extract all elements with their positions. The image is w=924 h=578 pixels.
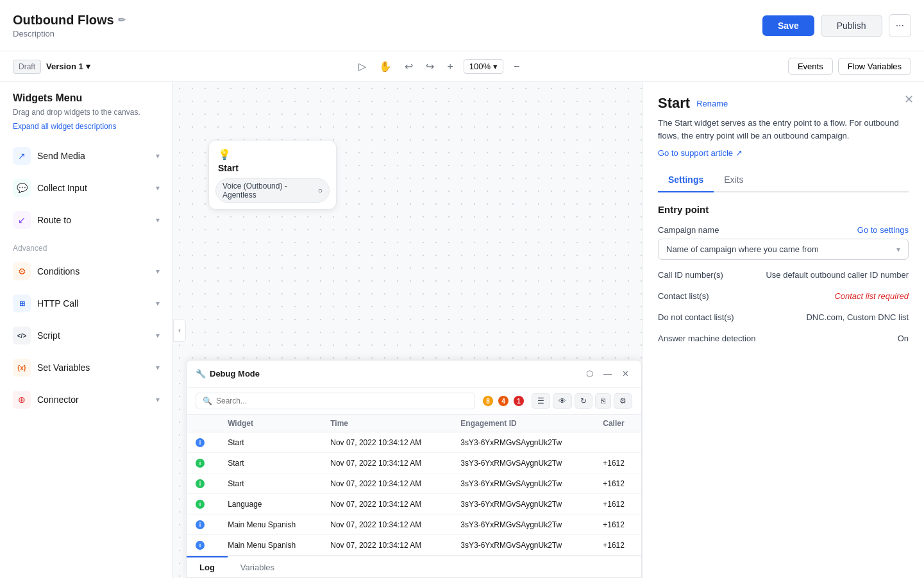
version-chevron-icon: ▾ [86,62,90,71]
debug-table: Widget Time Engagement ID Caller i Start… [187,415,641,556]
debug-tab-variables[interactable]: Variables [228,556,287,577]
http-call-icon: ⊞ [13,294,31,312]
widgets-sidebar: Widgets Menu Drag and drop widgets to th… [0,82,173,578]
debug-search-container: 🔍 [196,393,475,409]
status-dot-icon: i [196,479,205,488]
debug-expand-button[interactable]: ⬡ [583,367,596,380]
status-dot-icon: i [196,541,205,550]
debug-search-input[interactable] [216,396,468,405]
panel-close-button[interactable]: ✕ [904,92,914,106]
select-tool-button[interactable]: ▷ [356,58,369,75]
campaign-name-select[interactable]: Name of campaign where you came from ▾ [658,239,909,260]
http-call-chevron-icon: ▾ [156,299,160,308]
panel-rename-link[interactable]: Rename [696,99,728,108]
events-button[interactable]: Events [788,58,833,75]
error-badge: 1 [514,396,524,406]
more-options-button[interactable]: ··· [889,14,911,37]
start-widget[interactable]: 💡 Start Voice (Outbound) - Agentless ○ [208,140,337,210]
row-widget: Start [219,453,321,473]
row-widget: Main Menu Spanish [219,535,321,556]
undo-button[interactable]: ↩ [402,58,416,75]
publish-button[interactable]: Publish [821,15,882,37]
sidebar-item-set-variables[interactable]: {x} Set Variables ▾ [0,352,172,384]
col-status [187,415,219,432]
set-variables-chevron-icon: ▾ [156,363,160,372]
table-row[interactable]: i Main Menu Spanish Nov 07, 2022 10:34:1… [187,514,641,535]
edit-title-icon[interactable]: ✏ [118,15,126,25]
table-row[interactable]: i Start Nov 07, 2022 10:34:12 AM 3sY3-6Y… [187,432,641,453]
set-variables-label: Set Variables [37,362,90,373]
debug-copy-button[interactable]: ⎘ [595,393,611,409]
dnc-value: DNC.com, Custom DNC list [806,312,909,322]
campaign-name-settings-link[interactable]: Go to settings [857,225,909,235]
table-row[interactable]: i Start Nov 07, 2022 10:34:12 AM 3sY3-6Y… [187,453,641,473]
contact-list-label: Contact list(s) [658,291,748,301]
campaign-name-value: Name of campaign where you came from [666,244,819,254]
table-row[interactable]: i Main Menu Spanish Nov 07, 2022 10:34:1… [187,535,641,556]
row-widget: Start [219,432,321,453]
route-to-chevron-icon: ▾ [156,216,160,225]
debug-eye-button[interactable]: 👁 [553,393,572,409]
zoom-in-button[interactable]: + [444,58,455,75]
support-article-link[interactable]: Go to support article ↗ [658,148,909,158]
sidebar-item-route-to[interactable]: ↙ Route to ▾ [0,204,172,236]
campaign-select-chevron-icon: ▾ [896,245,900,254]
debug-minimize-button[interactable]: — [600,367,615,380]
status-dot-icon: i [196,520,205,529]
debug-close-button[interactable]: ✕ [619,367,632,380]
set-variables-icon: {x} [13,359,31,377]
debug-filter-button[interactable]: ☰ [532,393,550,409]
campaign-name-label: Campaign name [658,225,748,235]
table-row[interactable]: i Language Nov 07, 2022 10:34:12 AM 3sY3… [187,494,641,514]
zoom-select[interactable]: 100% ▾ [464,59,503,74]
debug-tab-log[interactable]: Log [187,556,228,577]
sidebar-collapse-button[interactable]: ‹ [173,319,186,342]
orange-dot: 4 [498,396,508,406]
redo-button[interactable]: ↪ [423,58,437,75]
row-time: Nov 07, 2022 10:34:12 AM [321,473,451,494]
contact-list-row: Contact list(s) Contact list required [658,291,909,301]
version-label: Version 1 [46,62,83,71]
pan-tool-button[interactable]: ✋ [376,58,394,75]
script-icon: </> [13,327,31,344]
sidebar-item-script[interactable]: </> Script ▾ [0,319,172,352]
warning-badge: 8 [483,396,493,406]
app-title: Outbound Flows ✏ [13,13,126,28]
sidebar-item-collect-input[interactable]: 💬 Collect Input ▾ [0,172,172,204]
dnc-row: Do not contact list(s) DNC.com, Custom D… [658,312,909,322]
sidebar-item-send-media[interactable]: ↗ Send Media ▾ [0,140,172,172]
table-row[interactable]: i Start Nov 07, 2022 10:34:12 AM 3sY3-6Y… [187,473,641,494]
debug-settings-button[interactable]: ⚙ [614,393,632,409]
orange-badge: 4 [498,396,508,406]
row-status: i [187,535,219,556]
zoom-out-button[interactable]: − [511,58,522,75]
connector-label: Connector [37,395,79,405]
flow-variables-button[interactable]: Flow Variables [838,58,911,75]
row-status: i [187,453,219,473]
row-caller: +1612 [594,473,641,494]
sidebar-item-conditions[interactable]: ⚙ Conditions ▾ [0,255,172,287]
route-to-label: Route to [37,215,71,225]
panel-tab-exits[interactable]: Exits [714,169,753,192]
panel-tabs: Settings Exits [658,169,909,192]
sidebar-item-http-call[interactable]: ⊞ HTTP Call ▾ [0,287,172,319]
debug-refresh-button[interactable]: ↻ [575,393,592,409]
amd-label: Answer machine detection [658,334,755,343]
save-button[interactable]: Save [762,15,814,36]
row-engagement: 3sY3-6YxRMGvSAygnUk2Tw [451,494,594,514]
row-time: Nov 07, 2022 10:34:12 AM [321,494,451,514]
col-widget: Widget [219,415,321,432]
start-widget-bulb-icon: 💡 [218,148,327,160]
advanced-section-label: Advanced [0,236,172,255]
status-dot-icon: i [196,500,205,509]
expand-descriptions-link[interactable]: Expand all widget descriptions [0,122,172,140]
header-actions: Save Publish ··· [762,14,911,37]
row-status: i [187,432,219,453]
panel-tab-settings[interactable]: Settings [658,169,714,192]
send-media-icon: ↗ [13,147,31,165]
conditions-icon: ⚙ [13,262,31,280]
version-selector[interactable]: Version 1 ▾ [46,62,90,71]
sidebar-item-connector[interactable]: ⊕ Connector ▾ [0,384,172,416]
toolbar-right: Events Flow Variables [788,58,911,75]
row-time: Nov 07, 2022 10:34:12 AM [321,535,451,556]
